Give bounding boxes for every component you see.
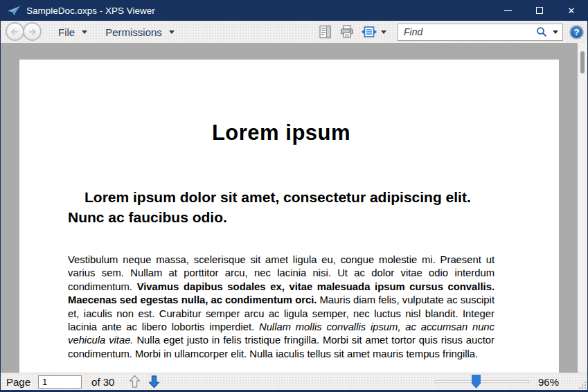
document-viewport: Lorem ipsum Lorem ipsum dolor sit amet, …	[1, 43, 578, 373]
chevron-down-icon	[82, 30, 87, 34]
back-button[interactable]	[6, 22, 24, 41]
scrollbar-thumb[interactable]	[580, 51, 585, 73]
document-paragraph: Vestibulum neque massa, scelerisque sit …	[68, 253, 495, 361]
statusbar: Page of 30 96%	[1, 373, 587, 390]
chevron-down-icon	[381, 30, 386, 34]
page-down-icon	[148, 375, 160, 389]
page-number-input[interactable]	[38, 375, 82, 389]
previous-page-button[interactable]	[127, 374, 142, 389]
zoom-slider-thumb[interactable]	[472, 375, 481, 389]
navigation-capsule	[6, 22, 42, 42]
page-content: Lorem ipsum Lorem ipsum dolor sit amet, …	[19, 121, 559, 361]
document-view-icon	[319, 25, 331, 39]
page-count-label: of 30	[91, 376, 114, 388]
print-button[interactable]	[338, 23, 356, 41]
forward-arrow-icon	[28, 28, 37, 35]
close-button[interactable]: ✕	[555, 0, 587, 21]
file-menu[interactable]: File	[58, 26, 87, 38]
permissions-menu-label: Permissions	[105, 26, 162, 38]
page-width-icon	[362, 26, 377, 38]
xps-viewer-window: SampleDoc.oxps - XPS Viewer ✕ File Permi…	[0, 0, 588, 392]
toolbar: File Permissions	[1, 21, 587, 43]
vertical-scrollbar[interactable]	[578, 43, 587, 373]
window-title: SampleDoc.oxps - XPS Viewer	[26, 6, 492, 16]
minimize-button[interactable]	[492, 0, 524, 21]
document-view-button[interactable]	[316, 23, 334, 41]
document-title: Lorem ipsum	[68, 121, 495, 145]
find-box	[398, 24, 563, 41]
minimize-icon	[504, 10, 512, 11]
print-icon	[340, 25, 354, 39]
document-subtitle: Lorem ipsum dolor sit amet, consectetur …	[68, 187, 495, 227]
titlebar: SampleDoc.oxps - XPS Viewer ✕	[1, 0, 587, 21]
back-arrow-icon	[10, 28, 19, 35]
search-icon[interactable]	[536, 26, 547, 37]
maximize-button[interactable]	[524, 0, 555, 21]
xps-app-icon	[6, 4, 21, 17]
find-input[interactable]	[404, 26, 536, 37]
page-up-icon	[129, 375, 141, 389]
page-width-button[interactable]	[360, 23, 378, 41]
help-icon: ?	[574, 28, 580, 37]
page-width-dropdown[interactable]	[378, 23, 389, 41]
zoom-percent-label: 96%	[538, 376, 559, 388]
chevron-down-icon	[169, 30, 175, 34]
help-button[interactable]: ?	[569, 25, 584, 39]
forward-button[interactable]	[23, 22, 42, 41]
next-page-button[interactable]	[146, 374, 161, 389]
page-label: Page	[6, 376, 30, 388]
zoom-slider[interactable]	[434, 374, 530, 389]
zoom-slider-track[interactable]	[434, 380, 530, 383]
permissions-menu[interactable]: Permissions	[105, 26, 175, 38]
find-options-dropdown-icon[interactable]	[553, 30, 558, 34]
content-area: Lorem ipsum Lorem ipsum dolor sit amet, …	[1, 43, 587, 373]
document-page: Lorem ipsum Lorem ipsum dolor sit amet, …	[19, 60, 559, 373]
maximize-icon	[536, 7, 543, 14]
toolbar-icon-group	[316, 23, 389, 41]
resize-grip[interactable]	[578, 381, 587, 389]
close-icon: ✕	[568, 6, 576, 15]
file-menu-label: File	[58, 26, 75, 38]
